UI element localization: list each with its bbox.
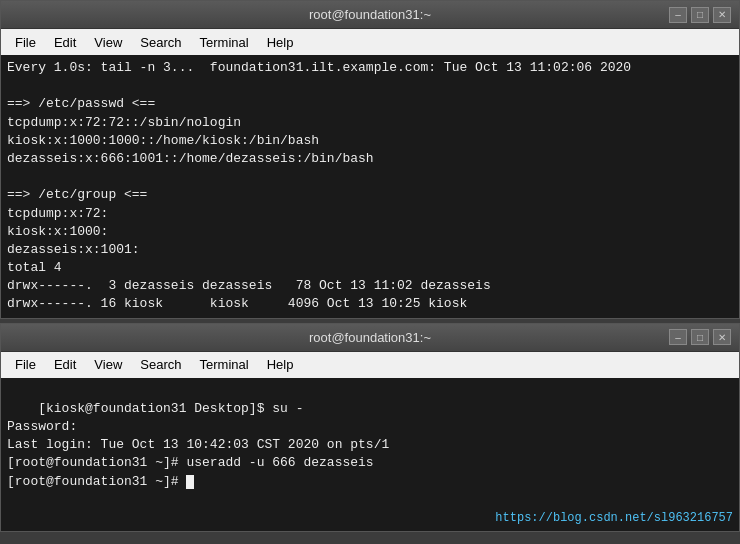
menu-help-top[interactable]: Help <box>259 33 302 52</box>
menu-file-top[interactable]: File <box>7 33 44 52</box>
titlebar-top: root@foundation31:~ – □ ✕ <box>1 1 739 29</box>
terminal-window-bottom: root@foundation31:~ – □ ✕ File Edit View… <box>0 323 740 533</box>
menu-edit-top[interactable]: Edit <box>46 33 84 52</box>
menu-file-bottom[interactable]: File <box>7 355 44 374</box>
menu-edit-bottom[interactable]: Edit <box>46 355 84 374</box>
maximize-button-top[interactable]: □ <box>691 7 709 23</box>
cursor <box>186 475 194 489</box>
close-button-top[interactable]: ✕ <box>713 7 731 23</box>
menu-help-bottom[interactable]: Help <box>259 355 302 374</box>
window-controls-top: – □ ✕ <box>669 7 731 23</box>
terminal-window-top: root@foundation31:~ – □ ✕ File Edit View… <box>0 0 740 319</box>
window-title-bottom: root@foundation31:~ <box>309 330 431 345</box>
terminal-body-top: Every 1.0s: tail -n 3... foundation31.il… <box>1 55 739 318</box>
terminal-content-bottom: [kiosk@foundation31 Desktop]$ su - Passw… <box>7 401 389 489</box>
menu-terminal-top[interactable]: Terminal <box>192 33 257 52</box>
menu-view-top[interactable]: View <box>86 33 130 52</box>
window-title-top: root@foundation31:~ <box>309 7 431 22</box>
maximize-button-bottom[interactable]: □ <box>691 329 709 345</box>
menubar-bottom: File Edit View Search Terminal Help <box>1 352 739 378</box>
close-button-bottom[interactable]: ✕ <box>713 329 731 345</box>
minimize-button-bottom[interactable]: – <box>669 329 687 345</box>
terminal-body-bottom: [kiosk@foundation31 Desktop]$ su - Passw… <box>1 378 739 532</box>
minimize-button-top[interactable]: – <box>669 7 687 23</box>
menu-terminal-bottom[interactable]: Terminal <box>192 355 257 374</box>
menu-search-top[interactable]: Search <box>132 33 189 52</box>
window-controls-bottom: – □ ✕ <box>669 329 731 345</box>
url-hint: https://blog.csdn.net/sl963216757 <box>495 510 733 527</box>
menubar-top: File Edit View Search Terminal Help <box>1 29 739 55</box>
menu-search-bottom[interactable]: Search <box>132 355 189 374</box>
menu-view-bottom[interactable]: View <box>86 355 130 374</box>
titlebar-bottom: root@foundation31:~ – □ ✕ <box>1 324 739 352</box>
